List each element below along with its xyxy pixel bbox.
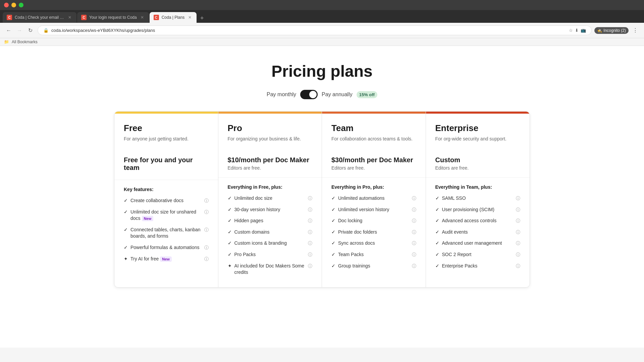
feature-item-team-1: ✓Unlimited version historyⓘ: [331, 206, 416, 213]
feature-text-team-5: Team Packs: [338, 251, 409, 258]
maximize-window-button[interactable]: [19, 3, 23, 7]
feature-info-enterprise-4[interactable]: ⓘ: [516, 240, 520, 246]
feature-info-enterprise-5[interactable]: ⓘ: [516, 252, 520, 258]
feature-check-free-3: ✓: [124, 245, 128, 250]
plan-col-pro: Pro For organizing your business & life.…: [218, 112, 322, 287]
feature-text-pro-5: Pro Packs: [234, 251, 306, 258]
feature-badge-free-4: New: [160, 256, 172, 262]
incognito-icon: 🕵: [597, 28, 602, 33]
feature-item-free-1: ✓Unlimited doc size for unshared docsNew…: [124, 209, 209, 222]
feature-info-pro-4[interactable]: ⓘ: [308, 240, 312, 246]
close-window-button[interactable]: [4, 3, 9, 7]
feature-item-team-4: ✓Sync across docsⓘ: [331, 240, 416, 247]
incognito-badge: 🕵 Incognito (2): [594, 27, 629, 34]
feature-text-pro-6: AI included for Doc Makers Some credits: [234, 263, 306, 276]
feature-info-enterprise-1[interactable]: ⓘ: [516, 207, 520, 213]
plan-desc-free: For anyone just getting started.: [124, 136, 209, 149]
reload-button[interactable]: ↻: [25, 26, 35, 35]
url-bar[interactable]: 🔒 coda.io/workspaces/ws-eYBd6XYKhs/upgra…: [38, 25, 592, 35]
feature-check-enterprise-4: ✓: [435, 240, 439, 246]
feature-info-enterprise-6[interactable]: ⓘ: [516, 263, 520, 269]
feature-text-pro-1: 30-day version history: [234, 206, 306, 213]
feature-info-pro-6[interactable]: ⓘ: [308, 263, 312, 269]
feature-info-pro-3[interactable]: ⓘ: [308, 229, 312, 235]
feature-info-team-5[interactable]: ⓘ: [412, 252, 416, 258]
minimize-window-button[interactable]: [11, 3, 16, 7]
feature-info-free-1[interactable]: ⓘ: [204, 209, 209, 215]
feature-info-free-0[interactable]: ⓘ: [204, 198, 209, 204]
feature-item-team-6: ✓Group trainingsⓘ: [331, 263, 416, 269]
address-bar: ← → ↻ 🔒 coda.io/workspaces/ws-eYBd6XYKhs…: [0, 23, 644, 38]
plan-col-enterprise: Enterprise For org-wide security and sup…: [426, 112, 530, 287]
tab-2-close[interactable]: ✕: [140, 15, 145, 20]
plan-name-enterprise: Enterprise: [435, 123, 521, 133]
page-content: Pricing plans Pay monthly Pay annually 1…: [0, 46, 644, 348]
plan-price-enterprise: Custom: [435, 156, 521, 164]
feature-check-pro-0: ✓: [228, 195, 232, 201]
billing-toggle-switch[interactable]: [300, 90, 318, 99]
plan-header-team: Team For collaboration across teams & to…: [322, 114, 426, 178]
feature-info-team-4[interactable]: ⓘ: [412, 240, 416, 246]
new-tab-button[interactable]: +: [197, 13, 207, 23]
more-options-button[interactable]: ⋮: [631, 26, 640, 35]
feature-text-pro-2: Hidden pages: [234, 218, 306, 224]
pricing-header: Pricing plans Pay monthly Pay annually 1…: [0, 46, 644, 111]
feature-info-pro-1[interactable]: ⓘ: [308, 207, 312, 213]
cast-icon[interactable]: 📺: [581, 28, 586, 33]
feature-info-free-3[interactable]: ⓘ: [204, 245, 209, 251]
plan-features-enterprise: Everything in Team, plus:✓SAML SSOⓘ✓User…: [426, 178, 530, 281]
feature-info-pro-5[interactable]: ⓘ: [308, 252, 312, 258]
feature-info-pro-2[interactable]: ⓘ: [308, 218, 312, 224]
back-button[interactable]: ←: [4, 26, 13, 35]
feature-text-enterprise-4: Advanced user management: [442, 240, 514, 247]
tab-1-close[interactable]: ✕: [67, 15, 72, 20]
feature-info-pro-0[interactable]: ⓘ: [308, 195, 312, 201]
forward-button[interactable]: →: [15, 26, 24, 35]
tab-3-close[interactable]: ✕: [187, 15, 193, 20]
feature-check-team-5: ✓: [331, 252, 335, 257]
plan-price-sub-pro: Editors are free.: [228, 165, 313, 171]
feature-text-enterprise-3: Audit events: [442, 229, 514, 236]
plan-price-free: Free for you and your team: [124, 156, 209, 172]
feature-info-team-3[interactable]: ⓘ: [412, 229, 416, 235]
plan-header-enterprise: Enterprise For org-wide security and sup…: [426, 114, 530, 178]
feature-text-free-4: Try AI for freeNew: [130, 256, 202, 262]
feature-info-free-4[interactable]: ⓘ: [204, 256, 209, 262]
feature-check-enterprise-3: ✓: [435, 229, 439, 235]
feature-info-team-6[interactable]: ⓘ: [412, 263, 416, 269]
tab-2[interactable]: C Your login request to Coda ✕: [77, 12, 149, 23]
feature-info-free-2[interactable]: ⓘ: [204, 227, 209, 233]
plan-desc-enterprise: For org-wide security and support.: [435, 136, 521, 149]
feature-item-enterprise-2: ✓Advanced access controlsⓘ: [435, 218, 521, 224]
feature-info-enterprise-2[interactable]: ⓘ: [516, 218, 520, 224]
page-wrapper: Pricing plans Pay monthly Pay annually 1…: [0, 46, 644, 362]
tab-1[interactable]: C Coda | Check your email to fin... ✕: [3, 12, 76, 23]
toggle-knob: [309, 91, 317, 98]
feature-info-enterprise-3[interactable]: ⓘ: [516, 229, 520, 235]
feature-info-team-1[interactable]: ⓘ: [412, 207, 416, 213]
tab-3[interactable]: C Coda | Plans ✕: [150, 12, 197, 23]
feature-item-team-0: ✓Unlimited automationsⓘ: [331, 195, 416, 202]
bookmark-star-icon[interactable]: ☆: [569, 28, 573, 33]
feature-item-pro-3: ✓Custom domainsⓘ: [228, 229, 313, 236]
feature-info-enterprise-0[interactable]: ⓘ: [516, 195, 520, 201]
feature-item-enterprise-5: ✓SOC 2 Reportⓘ: [435, 251, 521, 258]
feature-item-pro-5: ✓Pro Packsⓘ: [228, 251, 313, 258]
feature-item-enterprise-3: ✓Audit eventsⓘ: [435, 229, 521, 236]
feature-text-enterprise-6: Enterprise Packs: [442, 263, 514, 269]
feature-info-team-0[interactable]: ⓘ: [412, 195, 416, 201]
feature-check-free-0: ✓: [124, 198, 128, 203]
feature-text-free-3: Powerful formulas & automations: [130, 244, 202, 251]
feature-item-pro-2: ✓Hidden pagesⓘ: [228, 218, 313, 224]
plan-features-free: Key features:✓Create collaborative docsⓘ…: [114, 180, 218, 274]
download-icon[interactable]: ⬇: [575, 28, 579, 33]
plan-name-free: Free: [124, 123, 209, 133]
billing-toggle: Pay monthly Pay annually 15% off: [0, 90, 644, 99]
feature-item-free-0: ✓Create collaborative docsⓘ: [124, 197, 209, 204]
feature-text-team-4: Sync across docs: [338, 240, 409, 247]
feature-info-team-2[interactable]: ⓘ: [412, 218, 416, 224]
feature-item-free-3: ✓Powerful formulas & automationsⓘ: [124, 244, 209, 251]
feature-text-pro-3: Custom domains: [234, 229, 306, 236]
feature-item-free-4: ✦Try AI for freeNewⓘ: [124, 256, 209, 262]
feature-item-pro-6: ✦AI included for Doc Makers Some credits…: [228, 263, 313, 276]
